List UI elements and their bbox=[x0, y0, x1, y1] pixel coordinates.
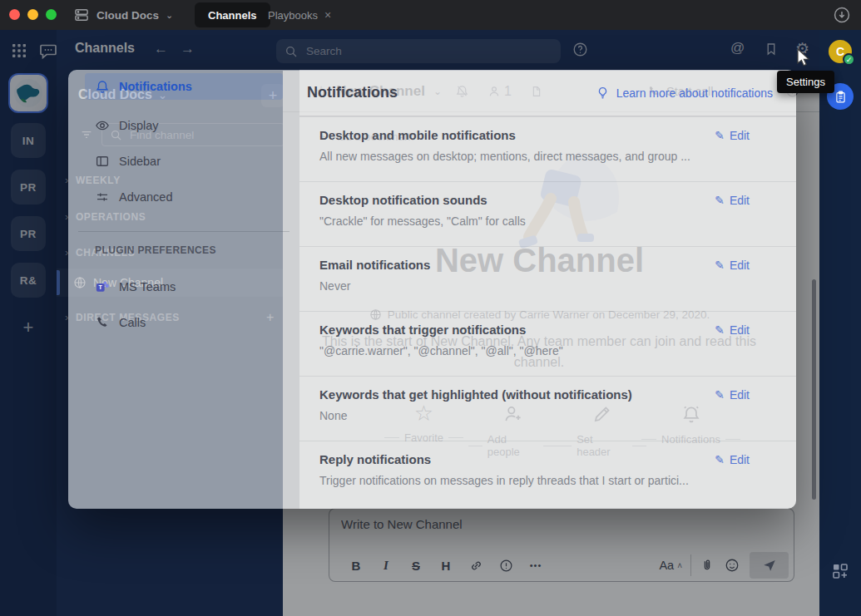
pencil-icon: ✎ bbox=[715, 259, 725, 272]
learn-more-link[interactable]: Learn more about notifications bbox=[596, 86, 773, 100]
settings-nav: Notifications Display Sidebar bbox=[68, 70, 299, 509]
lightbulb-icon bbox=[596, 86, 610, 100]
settings-tab-display[interactable]: Display bbox=[85, 107, 283, 143]
settings-tooltip: Settings bbox=[777, 71, 834, 93]
edit-button[interactable]: ✎Edit bbox=[715, 194, 750, 207]
window-titlebar: Cloud Docs ⌄ Channels Playbooks × bbox=[0, 0, 861, 30]
setting-row-reply-notifications: Reply notifications ✎Edit Trigger notifi… bbox=[299, 441, 796, 505]
sliders-icon bbox=[95, 190, 110, 205]
pencil-icon: ✎ bbox=[715, 453, 725, 466]
setting-row-highlight-keywords: Keywords that get highlighted (without n… bbox=[299, 376, 796, 441]
setting-row-trigger-keywords: Keywords that trigger notifications ✎Edi… bbox=[299, 311, 796, 376]
eye-icon bbox=[95, 118, 110, 133]
svg-text:T: T bbox=[99, 284, 103, 291]
settings-tab-calls[interactable]: Calls bbox=[85, 304, 283, 340]
mouse-cursor bbox=[795, 48, 814, 70]
server-icon bbox=[73, 7, 90, 23]
scrollbar[interactable] bbox=[812, 279, 816, 500]
pencil-icon: ✎ bbox=[715, 388, 725, 402]
close-window-button[interactable] bbox=[9, 9, 20, 20]
bell-icon bbox=[95, 79, 110, 94]
setting-row-email-notifications: Email notifications ✎Edit Never bbox=[299, 246, 796, 311]
pencil-icon: ✎ bbox=[715, 323, 725, 337]
status-online-icon: ✓ bbox=[843, 53, 855, 66]
edit-button[interactable]: ✎Edit bbox=[715, 323, 750, 337]
settings-tab-ms-teams[interactable]: T MS Teams bbox=[85, 269, 283, 304]
minimize-window-button[interactable] bbox=[27, 9, 38, 20]
settings-section-title: Notifications bbox=[307, 84, 398, 101]
settings-tab-advanced[interactable]: Advanced bbox=[85, 179, 283, 214]
pencil-icon: ✎ bbox=[715, 129, 725, 142]
download-icon[interactable] bbox=[833, 6, 851, 24]
setting-row-desktop-notifications: Desktop and mobile notifications ✎Edit A… bbox=[299, 116, 796, 181]
app-window: Cloud Docs ⌄ Channels Playbooks × IN bbox=[0, 0, 861, 616]
edit-button[interactable]: ✎Edit bbox=[715, 388, 750, 402]
sidebar-icon bbox=[95, 154, 110, 169]
server-name: Cloud Docs bbox=[96, 9, 159, 22]
edit-button[interactable]: ✎Edit bbox=[715, 259, 750, 272]
chevron-down-icon: ⌄ bbox=[166, 10, 173, 21]
settings-modal: Notifications Display Sidebar bbox=[68, 70, 796, 509]
settings-tab-notifications[interactable]: Notifications bbox=[85, 73, 283, 100]
close-tab-icon[interactable]: × bbox=[324, 8, 331, 22]
zoom-window-button[interactable] bbox=[46, 9, 57, 20]
app-marketplace-icon[interactable] bbox=[832, 563, 849, 579]
tab-playbooks[interactable]: Playbooks × bbox=[255, 2, 344, 27]
setting-row-notification-sounds: Desktop notification sounds ✎Edit "Crack… bbox=[299, 181, 796, 246]
ms-teams-icon: T bbox=[95, 279, 110, 294]
edit-button[interactable]: ✎Edit bbox=[715, 453, 750, 466]
app-bar: C ✓ bbox=[819, 30, 861, 616]
pencil-icon: ✎ bbox=[715, 194, 725, 207]
settings-content: Notifications Learn more about notificat… bbox=[299, 70, 796, 509]
settings-content-header: Notifications Learn more about notificat… bbox=[299, 70, 796, 116]
edit-button[interactable]: ✎Edit bbox=[715, 129, 750, 142]
phone-icon bbox=[95, 315, 110, 330]
settings-tab-sidebar[interactable]: Sidebar bbox=[85, 143, 283, 179]
server-selector[interactable]: Cloud Docs ⌄ bbox=[73, 0, 173, 30]
plugin-preferences-heading: PLUGIN PREFERENCES bbox=[68, 232, 299, 269]
